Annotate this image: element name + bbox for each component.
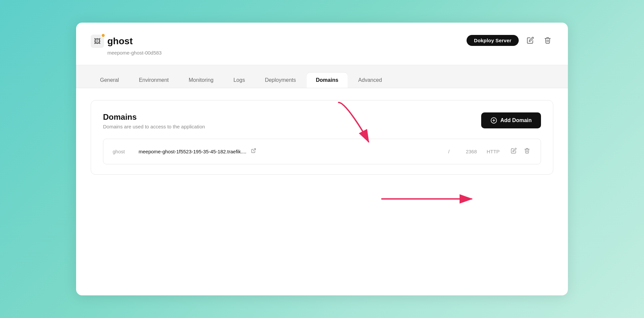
- domain-url-text: meepome-ghost-1f5523-195-35-45-182.traef…: [139, 149, 246, 154]
- domains-section-card: Domains Domains are used to access to th…: [91, 100, 553, 175]
- add-domain-button[interactable]: Add Domain: [481, 112, 541, 128]
- tab-deployments[interactable]: Deployments: [256, 73, 305, 88]
- add-domain-icon: [490, 117, 497, 124]
- domain-edit-icon: [511, 148, 517, 154]
- domain-row-actions: [509, 146, 531, 157]
- app-icon: 🖼: [91, 35, 104, 48]
- domain-protocol: HTTP: [485, 149, 501, 154]
- content: Domains Domains are used to access to th…: [76, 88, 568, 187]
- section-title-group: Domains Domains are used to access to th…: [103, 112, 205, 129]
- domain-separator: /: [448, 149, 450, 154]
- header-left: 🖼 ghost meepome-ghost-00d583: [91, 35, 161, 56]
- external-link-button[interactable]: [250, 147, 258, 156]
- app-icon-symbol: 🖼: [94, 38, 101, 45]
- status-dot: [101, 33, 105, 38]
- main-card: 🖼 ghost meepome-ghost-00d583 Dokploy Ser…: [76, 23, 568, 295]
- domain-url-group: meepome-ghost-1f5523-195-35-45-182.traef…: [139, 147, 438, 156]
- section-header: Domains Domains are used to access to th…: [103, 112, 541, 129]
- edit-button[interactable]: [525, 35, 536, 46]
- header-right: Dokploy Server: [467, 35, 553, 46]
- server-badge: Dokploy Server: [467, 35, 519, 46]
- app-id: meepome-ghost-00d583: [107, 50, 161, 56]
- header: 🖼 ghost meepome-ghost-00d583 Dokploy Ser…: [76, 23, 568, 65]
- delete-button[interactable]: [542, 35, 553, 46]
- section-title: Domains: [103, 112, 205, 122]
- tabs-bar: General Environment Monitoring Logs Depl…: [76, 65, 568, 88]
- delete-icon: [544, 37, 551, 44]
- domain-edit-button[interactable]: [509, 146, 518, 157]
- external-link-icon: [251, 148, 256, 153]
- tab-monitoring[interactable]: Monitoring: [179, 73, 223, 88]
- domain-row: ghost meepome-ghost-1f5523-195-35-45-182…: [103, 139, 541, 164]
- tab-environment[interactable]: Environment: [130, 73, 178, 88]
- arrow-to-add-domain-button: [375, 186, 495, 212]
- svg-line-3: [253, 149, 256, 151]
- domain-delete-icon: [524, 148, 530, 154]
- domain-delete-button[interactable]: [523, 146, 531, 157]
- edit-icon: [527, 37, 534, 44]
- tab-advanced[interactable]: Advanced: [349, 73, 391, 88]
- domain-port: 2368: [460, 149, 477, 154]
- header-title-row: 🖼 ghost: [91, 35, 161, 48]
- add-domain-label: Add Domain: [500, 117, 532, 123]
- tab-domains[interactable]: Domains: [307, 73, 348, 88]
- section-desc: Domains are used to access to the applic…: [103, 124, 205, 129]
- tab-general[interactable]: General: [91, 73, 128, 88]
- app-name: ghost: [107, 36, 133, 47]
- tab-logs[interactable]: Logs: [224, 73, 254, 88]
- domain-entry-label: ghost: [113, 149, 131, 154]
